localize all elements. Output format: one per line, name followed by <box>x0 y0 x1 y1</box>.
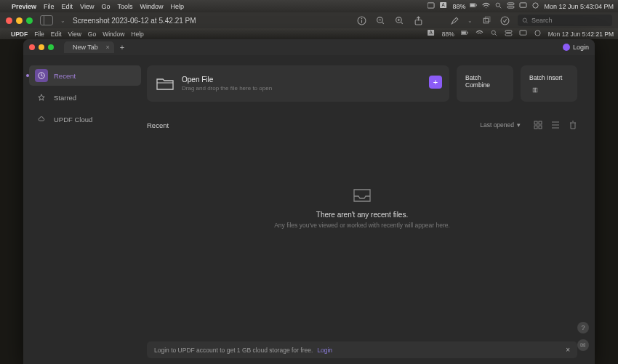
banner-login-link[interactable]: Login <box>317 347 332 354</box>
recent-heading: Recent <box>147 121 169 129</box>
battery-icon[interactable] <box>470 2 478 10</box>
tab-close-icon[interactable]: × <box>106 44 110 51</box>
highlight-icon[interactable] <box>449 15 460 26</box>
svg-rect-48 <box>539 126 542 129</box>
battery-percent[interactable]: 88% <box>452 3 465 10</box>
sidebar: Recent Starred UPDF Cloud <box>23 55 147 364</box>
grid-view-icon[interactable] <box>534 121 542 129</box>
chevron-down-icon[interactable]: ⌄ <box>467 17 473 24</box>
inner-menu-go: Go <box>88 31 96 38</box>
tab-label: New Tab <box>73 44 98 51</box>
minimize-window-icon[interactable] <box>16 17 23 24</box>
preview-toolbar: ⌄ Screenshot 2023-06-12 at 5.42.21 PM ⌄ … <box>0 12 618 28</box>
sidebar-item-recent[interactable]: Recent <box>29 65 141 86</box>
open-file-subtitle: Drag and drop the file here to open <box>182 85 272 92</box>
share-icon[interactable] <box>412 15 424 26</box>
menu-view[interactable]: View <box>80 3 94 10</box>
active-indicator-icon <box>26 74 29 77</box>
batch-combine-card[interactable]: Batch Combine <box>457 65 513 102</box>
zoom-in-icon[interactable] <box>393 15 405 26</box>
zoom-out-icon[interactable] <box>374 15 386 26</box>
macos-menubar-outer: Preview File Edit View Go Tools Window H… <box>0 0 618 12</box>
window-title: Screenshot 2023-06-12 at 5.42.21 PM <box>73 17 196 25</box>
open-file-card[interactable]: Open File Drag and drop the file here to… <box>147 65 449 102</box>
inner-menu-window: Window <box>103 31 124 38</box>
screen-mirror-icon <box>519 30 527 38</box>
search-field[interactable]: Search <box>518 15 612 26</box>
list-view-icon[interactable] <box>551 121 560 129</box>
add-file-button[interactable]: + <box>429 76 442 89</box>
sidebar-item-cloud[interactable]: UPDF Cloud <box>29 109 141 129</box>
svg-rect-36 <box>505 33 512 36</box>
svg-line-21 <box>401 22 402 23</box>
wifi-icon[interactable] <box>482 2 490 10</box>
close-window-icon[interactable] <box>29 44 35 50</box>
svg-rect-4 <box>470 4 475 6</box>
delete-icon[interactable] <box>569 121 577 129</box>
svg-rect-32 <box>467 32 467 33</box>
svg-line-34 <box>495 34 497 36</box>
login-banner: Login to UPDF account to get 1 GB cloud … <box>147 341 577 358</box>
input-source-icon[interactable]: A <box>440 2 448 10</box>
feedback-fab[interactable]: ✉ <box>577 339 589 351</box>
sort-label: Last opened <box>480 121 514 129</box>
siri-icon[interactable] <box>531 2 539 10</box>
sidebar-item-starred[interactable]: Starred <box>29 87 141 108</box>
info-icon[interactable] <box>356 15 367 26</box>
svg-rect-23 <box>483 18 489 23</box>
menu-go[interactable]: Go <box>101 3 110 10</box>
updf-window-controls[interactable] <box>29 44 54 50</box>
sidebar-toggle-icon[interactable] <box>40 15 53 25</box>
login-button[interactable]: Login <box>563 44 589 51</box>
tab-new[interactable]: New Tab × <box>64 41 114 53</box>
svg-rect-43 <box>536 88 537 92</box>
svg-rect-45 <box>534 121 537 124</box>
svg-point-6 <box>497 3 500 7</box>
svg-rect-35 <box>505 31 512 33</box>
spotlight-icon[interactable] <box>494 2 502 10</box>
markup-icon[interactable] <box>499 15 510 26</box>
help-fab[interactable]: ? <box>577 322 589 333</box>
empty-title: There aren't any recent files. <box>316 211 408 219</box>
cloud-icon <box>35 113 48 126</box>
svg-point-33 <box>491 31 495 34</box>
chevron-down-icon: ▾ <box>517 121 521 129</box>
insert-icon <box>529 87 541 93</box>
wifi-icon <box>475 30 483 38</box>
search-icon <box>522 17 529 24</box>
menu-edit[interactable]: Edit <box>62 3 73 10</box>
sort-dropdown[interactable]: Last opened ▾ <box>480 121 521 129</box>
open-file-title: Open File <box>182 76 272 84</box>
inner-battery-percent: 88% <box>442 31 454 38</box>
menu-help[interactable]: Help <box>170 3 184 10</box>
updf-titlebar: New Tab × + Login <box>23 39 595 55</box>
input-source-icon: A <box>428 30 436 38</box>
menu-window[interactable]: Window <box>140 3 163 10</box>
close-window-icon[interactable] <box>6 17 12 24</box>
updf-window: New Tab × + Login Recent Starr <box>23 39 595 364</box>
search-placeholder: Search <box>531 17 553 24</box>
inner-menu-view: View <box>68 31 81 38</box>
chevron-down-icon[interactable]: ⌄ <box>60 17 65 24</box>
add-tab-button[interactable]: + <box>120 43 124 52</box>
zoom-window-icon[interactable] <box>26 17 33 24</box>
window-controls[interactable] <box>6 17 33 24</box>
inbox-icon <box>352 187 372 203</box>
menu-tools[interactable]: Tools <box>117 3 132 10</box>
svg-rect-5 <box>476 4 477 6</box>
batch-insert-card[interactable]: Batch Insert <box>521 65 577 102</box>
macos-menubar-inner: UPDF File Edit View Go Window Help A 88%… <box>0 28 618 39</box>
inner-menu-file: File <box>34 31 44 38</box>
rotate-icon[interactable] <box>480 15 491 26</box>
menu-file[interactable]: File <box>44 3 55 10</box>
screen-mirror-icon[interactable] <box>519 2 527 10</box>
control-center-icon[interactable] <box>507 2 515 10</box>
minimize-window-icon[interactable] <box>39 44 44 50</box>
zoom-window-icon[interactable] <box>48 44 54 50</box>
svg-point-11 <box>533 3 538 8</box>
app-name[interactable]: Preview <box>12 3 36 10</box>
empty-subtitle: Any files you've viewed or worked with r… <box>274 222 450 229</box>
clock[interactable]: Mon 12 Jun 5:43:04 PM <box>544 3 614 10</box>
banner-close-icon[interactable]: × <box>566 346 570 354</box>
menubar-extra-icon[interactable] <box>428 2 436 10</box>
